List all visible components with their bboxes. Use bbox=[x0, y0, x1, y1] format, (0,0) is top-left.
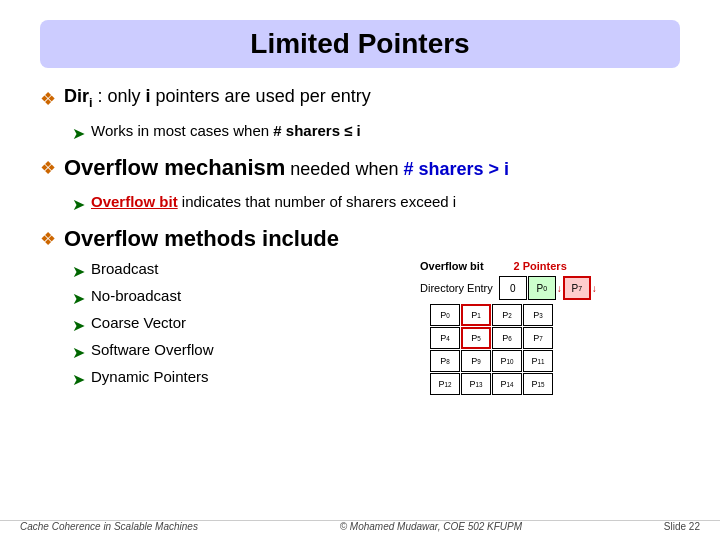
ptr-cell-p5: P5 bbox=[461, 327, 491, 349]
sub-item-dynamic: ➤ Dynamic Pointers bbox=[72, 368, 410, 389]
ptr-cell-p15: P15 bbox=[523, 373, 553, 395]
ptr-cell-p14: P14 bbox=[492, 373, 522, 395]
slide-title: Limited Pointers bbox=[60, 28, 660, 60]
sub-item-coarse-text: Coarse Vector bbox=[91, 314, 186, 331]
bullet1: ❖ Diri : only i pointers are used per en… bbox=[40, 86, 680, 110]
methods-list: ➤ Broadcast ➤ No-broadcast ➤ Coarse Vect… bbox=[40, 260, 410, 395]
bullet2-sub1-text: Overflow bit indicates that number of sh… bbox=[91, 193, 456, 210]
bullet1-sub1-text: Works in most cases when # sharers ≤ i bbox=[91, 122, 361, 139]
arrow-icon: ➤ bbox=[72, 124, 85, 143]
ptr-grid-container: P0 P1 P2 P3 P4 P5 P6 P7 P8 P9 P10 P11 P1… bbox=[430, 304, 680, 395]
ptr-cell-p6: P6 bbox=[492, 327, 522, 349]
ptr-cell-p12: P12 bbox=[430, 373, 460, 395]
bullet3: ❖ Overflow methods include bbox=[40, 226, 680, 252]
dir-entry-row: Directory Entry 0 P0 ↓ P7 ↓ bbox=[420, 276, 680, 300]
dir-cell-p0: P0 bbox=[528, 276, 556, 300]
ptr-cell-p2: P2 bbox=[492, 304, 522, 326]
overflow-diagram: Overflow bit 2 Pointers Directory Entry … bbox=[420, 260, 680, 395]
dir-cell-p7: P7 bbox=[563, 276, 591, 300]
sub-item-broadcast-text: Broadcast bbox=[91, 260, 159, 277]
ptr-cell-p1: P1 bbox=[461, 304, 491, 326]
ptr-grid: P0 P1 P2 P3 P4 P5 P6 P7 P8 P9 P10 P11 P1… bbox=[430, 304, 680, 395]
sub-item-software-text: Software Overflow bbox=[91, 341, 214, 358]
diamond-icon2: ❖ bbox=[40, 157, 56, 179]
diagram-header: Overflow bit 2 Pointers bbox=[420, 260, 680, 272]
bullet1-sub1: ➤ Works in most cases when # sharers ≤ i bbox=[72, 122, 680, 143]
ptr-cell-p13: P13 bbox=[461, 373, 491, 395]
ptr-cell-p7: P7 bbox=[523, 327, 553, 349]
ptr-cell-p3: P3 bbox=[523, 304, 553, 326]
ptr-cell-p10: P10 bbox=[492, 350, 522, 372]
dir-entry-label: Directory Entry bbox=[420, 282, 493, 294]
sub-item-software: ➤ Software Overflow bbox=[72, 341, 410, 362]
ptr-cell-p9: P9 bbox=[461, 350, 491, 372]
arrow-icon7: ➤ bbox=[72, 370, 85, 389]
title-bar: Limited Pointers bbox=[40, 20, 680, 68]
bullet2: ❖ Overflow mechanism needed when # share… bbox=[40, 155, 680, 181]
overflow-bit-label: Overflow bit bbox=[420, 260, 484, 272]
dir-cells: 0 P0 ↓ P7 ↓ bbox=[499, 276, 597, 300]
bullet2-sub1: ➤ Overflow bit indicates that number of … bbox=[72, 193, 680, 214]
diamond-icon3: ❖ bbox=[40, 228, 56, 250]
footer-left: Cache Coherence in Scalable Machines bbox=[20, 521, 198, 532]
sub-item-coarse: ➤ Coarse Vector bbox=[72, 314, 410, 335]
sub-item-broadcast: ➤ Broadcast bbox=[72, 260, 410, 281]
ptr-cell-p0: P0 bbox=[430, 304, 460, 326]
sub-item-dynamic-text: Dynamic Pointers bbox=[91, 368, 209, 385]
arrow-icon4: ➤ bbox=[72, 289, 85, 308]
diamond-icon: ❖ bbox=[40, 88, 56, 110]
bullet3-text: Overflow methods include bbox=[64, 226, 339, 252]
arrow-icon6: ➤ bbox=[72, 343, 85, 362]
arrow-icon5: ➤ bbox=[72, 316, 85, 335]
slide: Limited Pointers ❖ Diri : only i pointer… bbox=[0, 0, 720, 540]
two-pointers-label: 2 Pointers bbox=[514, 260, 567, 272]
arrow-icon2: ➤ bbox=[72, 195, 85, 214]
dir-cell-0: 0 bbox=[499, 276, 527, 300]
footer-right: Slide 22 bbox=[664, 521, 700, 532]
bullet2-text: Overflow mechanism needed when # sharers… bbox=[64, 155, 509, 181]
sub-item-nobroadcast: ➤ No-broadcast bbox=[72, 287, 410, 308]
ptr-cell-p4: P4 bbox=[430, 327, 460, 349]
arrow-icon3: ➤ bbox=[72, 262, 85, 281]
ptr-cell-p11: P11 bbox=[523, 350, 553, 372]
bullet1-text: Diri : only i pointers are used per entr… bbox=[64, 86, 371, 110]
footer: Cache Coherence in Scalable Machines © M… bbox=[0, 520, 720, 532]
sub-item-nobroadcast-text: No-broadcast bbox=[91, 287, 181, 304]
methods-area: ➤ Broadcast ➤ No-broadcast ➤ Coarse Vect… bbox=[40, 260, 680, 395]
ptr-cell-p8: P8 bbox=[430, 350, 460, 372]
footer-center: © Mohamed Mudawar, COE 502 KFUPM bbox=[340, 521, 522, 532]
